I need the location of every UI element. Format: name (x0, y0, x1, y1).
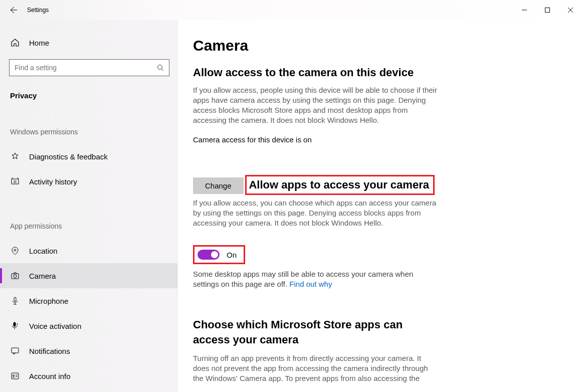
content-area: Camera Allow access to the camera on thi… (178, 20, 582, 392)
sidebar-item-diagnostics[interactable]: Diagnostics & feedback (0, 144, 177, 169)
sidebar-item-label: Diagnostics & feedback (29, 152, 108, 161)
sidebar-item-label: Notifications (29, 347, 70, 355)
sidebar: Home Privacy Windows permissions Diagnos… (0, 20, 178, 392)
find-out-why-link[interactable]: Find out why (289, 280, 332, 288)
location-icon (10, 246, 20, 255)
sidebar-item-label: Location (29, 247, 58, 255)
arrow-left-icon (9, 6, 17, 14)
maximize-icon (545, 8, 550, 13)
page-title: Camera (193, 37, 562, 54)
sidebar-item-label: Activity history (29, 177, 77, 186)
notifications-icon (10, 346, 20, 355)
svg-point-5 (14, 275, 17, 278)
sidebar-item-camera[interactable]: Camera (0, 263, 177, 288)
section-desc-app-access: If you allow access, you can choose whic… (193, 198, 439, 228)
section-desc-choose-apps: Turning off an app prevents it from dire… (193, 353, 439, 383)
section-heading-app-access: Allow apps to access your camera (249, 178, 429, 191)
account-icon (10, 371, 20, 380)
toggle-state-label: On (227, 251, 237, 259)
voice-icon (10, 321, 20, 330)
sidebar-item-label: Voice activation (29, 322, 81, 330)
camera-icon (10, 271, 20, 280)
svg-rect-8 (12, 348, 19, 353)
maximize-button[interactable] (536, 2, 559, 18)
search-icon (157, 64, 164, 71)
search-input-wrap[interactable] (9, 59, 169, 76)
sidebar-item-location[interactable]: Location (0, 238, 177, 263)
window-title: Settings (27, 7, 49, 14)
group-label-windows-permissions: Windows permissions (9, 128, 169, 136)
diagnostics-icon (10, 152, 20, 161)
microphone-icon (10, 296, 20, 305)
desktop-apps-note: Some desktop apps may still be able to a… (193, 269, 429, 289)
section-desc-device-access: If you allow access, people using this d… (193, 85, 439, 125)
svg-rect-9 (12, 373, 19, 379)
sidebar-item-notifications[interactable]: Notifications (0, 338, 177, 363)
sidebar-item-activity-history[interactable]: Activity history (0, 169, 177, 194)
sidebar-item-voice-activation[interactable]: Voice activation (0, 313, 177, 338)
sidebar-item-label: Microphone (29, 297, 68, 305)
home-nav[interactable]: Home (9, 33, 169, 52)
close-button[interactable] (559, 2, 582, 18)
svg-point-10 (13, 375, 15, 376)
window-controls (513, 2, 582, 18)
highlight-box-heading: Allow apps to access your camera (245, 175, 435, 195)
section-heading-device-access: Allow access to the camera on this devic… (193, 66, 562, 79)
search-input[interactable] (15, 64, 157, 72)
back-button[interactable] (8, 5, 18, 15)
category-title: Privacy (9, 91, 169, 100)
camera-access-status: Camera access for this device is on (193, 135, 562, 144)
sidebar-item-microphone[interactable]: Microphone (0, 288, 177, 313)
svg-rect-6 (14, 297, 16, 301)
close-icon (568, 8, 573, 13)
group-label-app-permissions: App permissions (9, 222, 169, 230)
allow-apps-toggle[interactable] (198, 250, 220, 260)
sidebar-item-account-info[interactable]: Account info (0, 363, 177, 388)
svg-point-3 (14, 249, 16, 251)
home-label: Home (29, 39, 49, 47)
minimize-icon (522, 8, 527, 13)
svg-rect-7 (14, 322, 16, 326)
titlebar: Settings (0, 0, 582, 20)
home-icon (10, 38, 20, 47)
sidebar-item-label: Camera (29, 272, 56, 280)
sidebar-item-label: Account info (29, 372, 71, 380)
svg-rect-0 (545, 8, 550, 13)
svg-rect-2 (12, 179, 19, 184)
minimize-button[interactable] (513, 2, 536, 18)
highlight-box-toggle: On (193, 245, 245, 264)
section-heading-choose-apps: Choose which Microsoft Store apps can ac… (193, 317, 439, 347)
svg-point-1 (158, 65, 162, 70)
history-icon (10, 177, 20, 186)
change-button[interactable]: Change (193, 177, 244, 194)
